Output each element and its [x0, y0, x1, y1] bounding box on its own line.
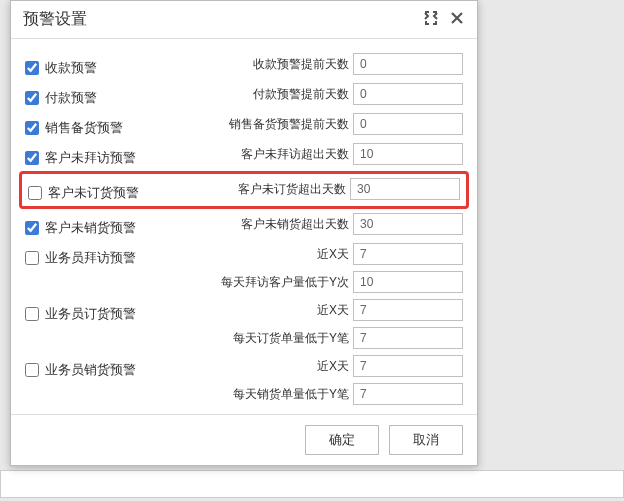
close-icon[interactable] [449, 10, 465, 29]
field-label: 客户未订货超出天数 [238, 181, 346, 198]
enable-checkbox[interactable] [25, 91, 39, 105]
cancel-button[interactable]: 取消 [389, 425, 463, 455]
field-label: 近X天 [317, 302, 349, 319]
value-input[interactable] [353, 83, 463, 105]
ok-button[interactable]: 确定 [305, 425, 379, 455]
enable-checkbox[interactable] [25, 251, 39, 265]
setting-row: 客户未销货预警客户未销货超出天数 [25, 211, 463, 239]
field-label: 每天订货单量低于Y笔 [233, 330, 349, 347]
enable-checkbox[interactable] [25, 363, 39, 377]
checkbox-label: 付款预警 [45, 89, 97, 107]
field-label: 每天拜访客户量低于Y次 [221, 274, 349, 291]
value-input[interactable] [353, 271, 463, 293]
field-label: 近X天 [317, 358, 349, 375]
field-label: 近X天 [317, 246, 349, 263]
enable-checkbox[interactable] [25, 307, 39, 321]
field-label: 销售备货预警提前天数 [229, 116, 349, 133]
enable-checkbox[interactable] [25, 121, 39, 135]
checkbox-label: 客户未销货预警 [45, 219, 136, 237]
checkbox-label: 收款预警 [45, 59, 97, 77]
value-input[interactable] [353, 355, 463, 377]
value-input[interactable] [353, 53, 463, 75]
enable-checkbox[interactable] [25, 221, 39, 235]
dialog-footer: 确定 取消 [11, 414, 477, 465]
checkbox-label: 业务员订货预警 [45, 305, 136, 323]
dialog-title: 预警设置 [23, 9, 87, 30]
field-label: 客户未拜访超出天数 [241, 146, 349, 163]
setting-row: 业务员销货预警近X天每天销货单量低于Y笔 [25, 353, 463, 407]
checkbox-label: 业务员销货预警 [45, 361, 136, 379]
value-input[interactable] [353, 213, 463, 235]
value-input[interactable] [350, 178, 460, 200]
enable-checkbox[interactable] [25, 61, 39, 75]
value-input[interactable] [353, 299, 463, 321]
setting-row: 付款预警付款预警提前天数 [25, 81, 463, 109]
value-input[interactable] [353, 383, 463, 405]
setting-row: 客户未订货预警客户未订货超出天数 [19, 171, 469, 209]
setting-row: 业务员订货预警近X天每天订货单量低于Y笔 [25, 297, 463, 351]
setting-row: 客户未拜访预警客户未拜访超出天数 [25, 141, 463, 169]
dialog-body: 收款预警收款预警提前天数付款预警付款预警提前天数销售备货预警销售备货预警提前天数… [11, 39, 477, 414]
value-input[interactable] [353, 327, 463, 349]
field-label: 每天销货单量低于Y笔 [233, 386, 349, 403]
enable-checkbox[interactable] [28, 186, 42, 200]
setting-row: 收款预警收款预警提前天数 [25, 51, 463, 79]
checkbox-label: 客户未拜访预警 [45, 149, 136, 167]
enable-checkbox[interactable] [25, 151, 39, 165]
field-label: 客户未销货超出天数 [241, 216, 349, 233]
expand-icon[interactable] [423, 10, 439, 29]
dialog-titlebar: 预警设置 [11, 1, 477, 39]
value-input[interactable] [353, 143, 463, 165]
checkbox-label: 业务员拜访预警 [45, 249, 136, 267]
value-input[interactable] [353, 243, 463, 265]
field-label: 收款预警提前天数 [253, 56, 349, 73]
value-input[interactable] [353, 113, 463, 135]
setting-row: 业务员拜访预警近X天每天拜访客户量低于Y次 [25, 241, 463, 295]
field-label: 付款预警提前天数 [253, 86, 349, 103]
checkbox-label: 客户未订货预警 [48, 184, 139, 202]
setting-row: 销售备货预警销售备货预警提前天数 [25, 111, 463, 139]
checkbox-label: 销售备货预警 [45, 119, 123, 137]
alert-settings-dialog: 预警设置 收款预警收款预警提前天数付款预警付款预警提前天数销售备货预警销售备货预… [10, 0, 478, 466]
